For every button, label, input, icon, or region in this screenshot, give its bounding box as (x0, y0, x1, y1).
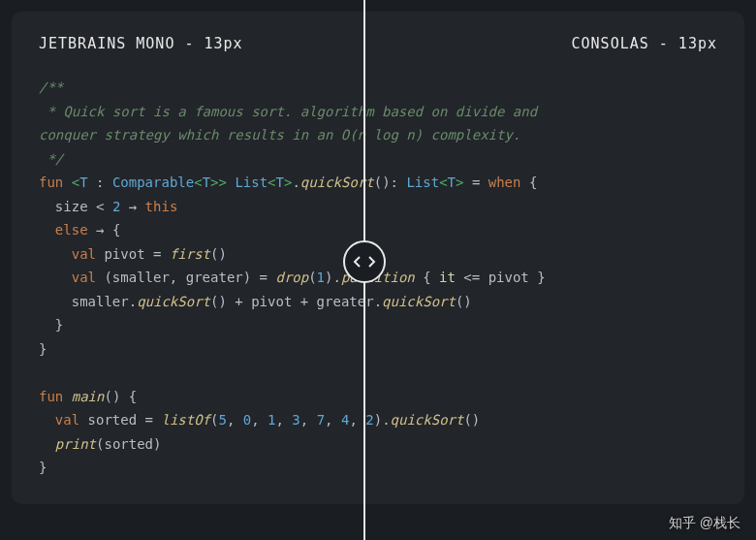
kw-fun: fun (39, 175, 63, 190)
chevron-left-icon (353, 255, 362, 269)
kw-else: else (39, 222, 88, 238)
kw-val: val (72, 246, 96, 262)
fn-main: main (72, 389, 105, 404)
comment-open: /** (39, 79, 63, 95)
comment-line1: * Quick sort is a famous sort. algorithm… (39, 104, 537, 119)
comment-line2: conquer strategy which results in an O(n… (39, 127, 520, 143)
kw-when: when (488, 175, 521, 190)
type-List: List (235, 175, 268, 190)
kw-it: it (439, 270, 456, 285)
fn-first: first (170, 246, 210, 262)
left-font-label: JETBRAINS MONO - 13px (39, 35, 243, 52)
fn-drop: drop (275, 270, 308, 285)
watermark: 知乎 @栈长 (669, 515, 740, 532)
generic-open: < (72, 175, 79, 190)
kw-this: this (145, 199, 178, 214)
header-row: JETBRAINS MONO - 13px CONSOLAS - 13px (39, 35, 717, 52)
right-font-label: CONSOLAS - 13px (572, 35, 717, 52)
fn-print: print (55, 436, 96, 452)
fn-listOf: listOf (161, 412, 210, 428)
chevron-right-icon (366, 255, 376, 269)
type-Comparable: Comparable (112, 175, 194, 190)
compare-slider-handle[interactable] (343, 240, 386, 283)
type-T: T (79, 175, 87, 190)
comment-close: */ (39, 151, 63, 167)
